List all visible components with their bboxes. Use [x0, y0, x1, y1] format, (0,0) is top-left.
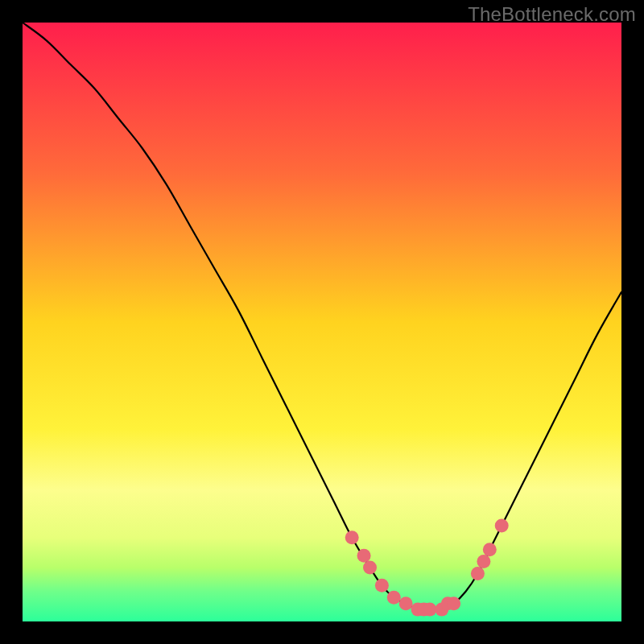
data-marker	[399, 597, 413, 610]
data-marker	[387, 591, 401, 605]
outer-frame: TheBottleneck.com	[0, 0, 644, 644]
data-marker	[483, 543, 497, 556]
bottleneck-chart	[23, 23, 621, 621]
data-marker	[423, 603, 436, 617]
data-marker	[477, 555, 490, 568]
gradient-background	[23, 23, 621, 621]
plot-area	[23, 23, 621, 621]
watermark-text: TheBottleneck.com	[468, 3, 636, 26]
data-marker	[471, 567, 485, 580]
data-marker	[345, 530, 359, 544]
data-marker	[375, 579, 389, 592]
data-marker	[447, 597, 460, 610]
data-marker	[357, 549, 371, 563]
data-marker	[495, 518, 509, 532]
data-marker	[363, 561, 377, 575]
